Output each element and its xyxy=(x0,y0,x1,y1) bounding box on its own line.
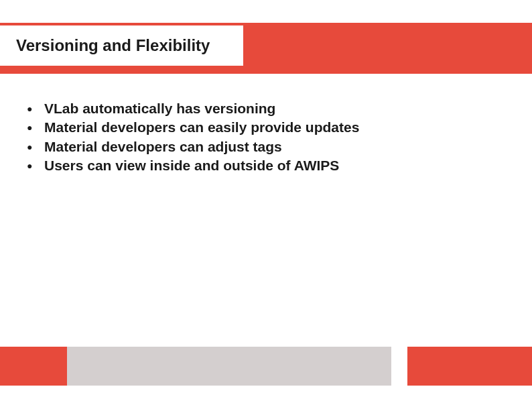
list-item: Material developers can easily provide u… xyxy=(24,118,505,137)
footer-accent-left xyxy=(0,347,67,386)
footer-bar xyxy=(0,347,532,386)
list-item: VLab automatically has versioning xyxy=(24,99,505,118)
list-item: Material developers can adjust tags xyxy=(24,137,505,156)
header-bar: Versioning and Flexibility xyxy=(0,23,532,74)
footer-gap xyxy=(391,347,407,386)
footer-muted xyxy=(67,347,391,386)
slide-title: Versioning and Flexibility xyxy=(16,36,210,55)
title-block: Versioning and Flexibility xyxy=(0,25,243,66)
footer-accent-right xyxy=(407,347,532,386)
slide-content: VLab automatically has versioning Materi… xyxy=(24,99,505,175)
list-item: Users can view inside and outside of AWI… xyxy=(24,156,505,175)
bullet-list: VLab automatically has versioning Materi… xyxy=(24,99,505,175)
